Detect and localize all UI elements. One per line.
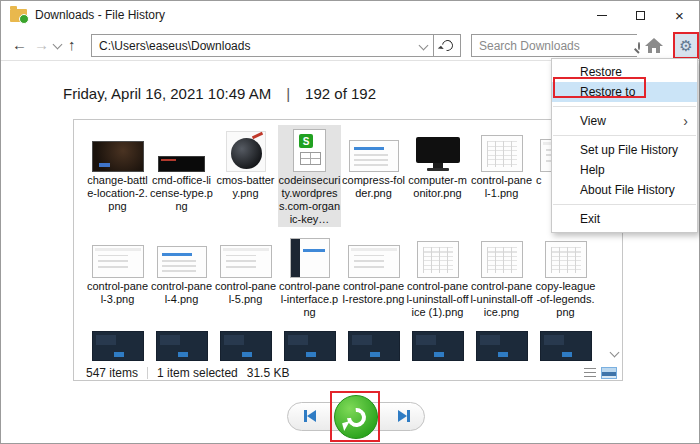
file-thumbnail <box>86 126 149 172</box>
file-name: cmos-battery.png <box>214 174 277 200</box>
file-name: computer-monitor.png <box>406 174 469 200</box>
window-grid-thumbnail-icon <box>481 241 523 278</box>
selection-count: 1 item selected <box>157 366 238 380</box>
next-version-button[interactable] <box>398 410 410 422</box>
maximize-button[interactable] <box>621 1 660 29</box>
version-heading: Friday, April 16, 2021 10:49 AM | 192 of… <box>63 85 376 102</box>
search-box <box>471 34 637 57</box>
menu-item-label: View <box>580 114 606 128</box>
version-date: Friday, April 16, 2021 10:49 AM <box>63 85 271 102</box>
status-separator <box>147 367 148 379</box>
window-thumbnail-icon <box>220 245 272 278</box>
file-thumbnail <box>406 126 469 172</box>
status-bar: 547 items 1 item selected 31.5 KB <box>74 365 622 380</box>
battery-thumbnail-icon <box>226 131 266 172</box>
file-item[interactable]: compress-folder.png <box>342 125 405 227</box>
dark-app-thumbnail-icon <box>540 331 592 361</box>
file-item[interactable]: control-panel-uninstall-office (1).png <box>406 231 469 320</box>
menu-item-about-file-history[interactable]: About File History <box>552 180 697 200</box>
previous-triangle-icon <box>307 410 316 422</box>
search-input[interactable] <box>472 35 638 56</box>
previous-version-button[interactable] <box>304 410 316 422</box>
file-thumbnail <box>86 329 149 361</box>
list-view-icon[interactable] <box>584 368 596 379</box>
file-item[interactable]: control-panel-interface.png <box>278 231 341 320</box>
window-grid-thumbnail-icon <box>545 241 587 278</box>
thumbnail-view-icon[interactable] <box>601 367 617 379</box>
window-grid-thumbnail-icon <box>481 135 523 172</box>
menu-separator <box>553 204 696 205</box>
file-item[interactable]: codeinsecurity.wordpress.com-organic-key… <box>278 125 341 227</box>
file-thumbnail <box>534 329 597 361</box>
menu-item-set-up-file-history[interactable]: Set up File History <box>552 140 697 160</box>
window-sidebar-thumbnail-icon <box>290 238 330 278</box>
file-item[interactable]: copy-league-of-legends.png <box>534 231 597 320</box>
file-thumbnail <box>406 232 469 278</box>
options-gear-button[interactable]: ⚙ <box>673 32 699 59</box>
recent-locations-chevron-icon[interactable] <box>53 40 63 50</box>
window-thumbnail-icon <box>92 245 144 278</box>
back-button[interactable]: ← <box>12 36 27 53</box>
file-thumbnail <box>214 329 277 361</box>
file-item[interactable]: control-panel-4.png <box>150 231 213 320</box>
annotation-restore-button-box <box>330 391 380 442</box>
menu-item-exit[interactable]: Exit <box>552 209 697 229</box>
search-icon[interactable] <box>638 42 640 50</box>
file-list-panel: change-battle-location-2.pngcmd-office-l… <box>73 119 623 381</box>
file-name: compress-folder.png <box>342 174 405 200</box>
close-button[interactable]: × <box>660 1 699 29</box>
refresh-icon <box>439 38 454 53</box>
address-dropdown-button[interactable] <box>413 35 433 56</box>
file-history-window: Downloads - File History × ← → ↑ ⚙ Frida… <box>0 0 700 444</box>
file-item[interactable]: control-panel-5.png <box>214 231 277 320</box>
file-item[interactable]: control-panel-1.png <box>470 125 533 227</box>
address-input[interactable] <box>92 35 413 56</box>
file-thumbnail <box>278 329 341 361</box>
file-item[interactable]: cmos-battery.png <box>214 125 277 227</box>
window-grid-thumbnail-icon <box>417 241 459 278</box>
file-item[interactable]: control-panel-3.png <box>86 231 149 320</box>
view-switcher <box>584 367 617 379</box>
file-row-1: change-battle-location-2.pngcmd-office-l… <box>86 125 597 227</box>
file-thumbnail <box>470 232 533 278</box>
file-thumbnail <box>342 329 405 361</box>
dark-app-thumbnail-icon <box>92 331 144 361</box>
home-button[interactable] <box>644 37 664 54</box>
file-name: cmd-office-license-type.png <box>150 174 213 213</box>
file-history-app-icon <box>10 9 27 22</box>
scrollbar-down-arrow[interactable] <box>610 348 620 358</box>
minimize-icon <box>597 15 607 16</box>
file-thumbnail <box>150 232 213 278</box>
dark-app-thumbnail-icon <box>348 331 400 361</box>
minimize-button[interactable] <box>582 1 621 29</box>
file-item[interactable]: control-panel-restore.png <box>342 231 405 320</box>
caption-buttons: × <box>582 1 699 29</box>
version-position: 192 of 192 <box>305 85 376 102</box>
file-item[interactable]: computer-monitor.png <box>406 125 469 227</box>
file-thumbnail <box>150 329 213 361</box>
up-button[interactable]: ↑ <box>68 36 76 53</box>
chevron-down-icon <box>418 41 428 51</box>
file-name: control-panel-4.png <box>150 280 213 306</box>
forward-button[interactable]: → <box>34 36 49 53</box>
file-item[interactable]: cmd-office-license-type.png <box>150 125 213 227</box>
next-icon <box>407 410 410 422</box>
file-thumbnail <box>470 329 533 361</box>
file-thumbnail <box>278 126 341 172</box>
file-name: change-battle-location-2.png <box>86 174 149 213</box>
file-thumbnail <box>214 126 277 172</box>
file-item[interactable]: control-panel-uninstall-office.png <box>470 231 533 320</box>
refresh-button[interactable] <box>433 35 460 56</box>
window-title: Downloads - File History <box>35 8 165 22</box>
file-thumbnail <box>342 232 405 278</box>
menu-item-help[interactable]: Help <box>552 160 697 180</box>
file-thumbnail <box>278 232 341 278</box>
file-name: control-panel-3.png <box>86 280 149 306</box>
menu-item-view[interactable]: View› <box>552 111 697 131</box>
file-name: control-panel-5.png <box>214 280 277 306</box>
dark-app-thumbnail-icon <box>220 331 272 361</box>
file-item[interactable]: change-battle-location-2.png <box>86 125 149 227</box>
file-name: control-panel-uninstall-office (1).png <box>406 280 469 319</box>
doc-thumbnail-icon <box>293 129 326 172</box>
titlebar: Downloads - File History × <box>1 1 699 29</box>
